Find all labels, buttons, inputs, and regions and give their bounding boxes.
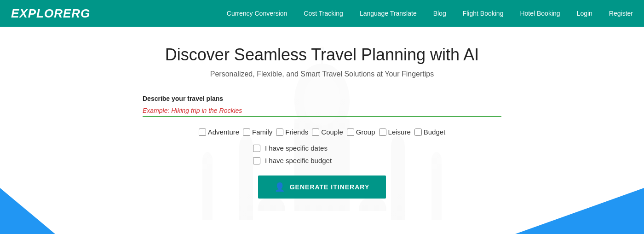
checkbox-group[interactable]: Group: [347, 128, 375, 136]
nav-link-blog[interactable]: Blog: [433, 10, 446, 17]
input-section: Describe your travel plans: [143, 95, 501, 117]
group-label: Group: [356, 128, 375, 136]
checkbox-budget[interactable]: Budget: [414, 128, 446, 136]
leisure-label: Leisure: [388, 128, 411, 136]
nav-link-login[interactable]: Login: [577, 10, 592, 17]
generate-button-label: GENERATE ITINERARY: [290, 183, 370, 191]
checkbox-friends[interactable]: Friends: [276, 128, 308, 136]
generate-itinerary-button[interactable]: 👤 GENERATE ITINERARY: [258, 176, 386, 199]
person-icon: 👤: [275, 182, 285, 192]
checkbox-adventure[interactable]: Adventure: [199, 128, 239, 136]
specific-budget-checkbox[interactable]: [253, 157, 260, 164]
specific-budget-option[interactable]: I have specific budget: [253, 157, 332, 164]
nav-link-register[interactable]: Register: [609, 10, 633, 17]
budget-checkbox[interactable]: [414, 129, 422, 136]
trip-type-checkboxes: Adventure Family Friends Couple Group Le…: [199, 128, 446, 136]
checkbox-couple[interactable]: Couple: [312, 128, 343, 136]
nav-item-blog[interactable]: Blog: [433, 9, 446, 18]
specific-dates-checkbox[interactable]: [253, 145, 260, 152]
navbar: EXPLORERG Currency Conversion Cost Track…: [0, 0, 644, 27]
content-wrapper: Discover Seamless Travel Planning with A…: [0, 27, 644, 199]
nav-link-cost-tracking[interactable]: Cost Tracking: [304, 10, 343, 17]
nav-link-currency-conversion[interactable]: Currency Conversion: [227, 10, 288, 17]
leisure-checkbox[interactable]: [379, 129, 386, 136]
page-title: Discover Seamless Travel Planning with A…: [165, 45, 479, 64]
specific-dates-option[interactable]: I have specific dates: [253, 144, 328, 152]
adventure-label: Adventure: [208, 128, 239, 136]
nav-item-hotel-booking[interactable]: Hotel Booking: [520, 9, 560, 18]
nav-links: Currency Conversion Cost Tracking Langua…: [227, 9, 633, 18]
page-subtitle: Personalized, Flexible, and Smart Travel…: [210, 70, 434, 78]
logo[interactable]: EXPLORERG: [11, 6, 90, 21]
friends-label: Friends: [285, 128, 308, 136]
checkbox-leisure[interactable]: Leisure: [379, 128, 411, 136]
main-content: Discover Seamless Travel Planning with A…: [0, 27, 644, 234]
nav-item-cost-tracking[interactable]: Cost Tracking: [304, 9, 343, 18]
nav-link-flight-booking[interactable]: Flight Booking: [463, 10, 504, 17]
friends-checkbox[interactable]: [276, 129, 283, 136]
travel-plans-input[interactable]: [143, 105, 501, 117]
nav-item-flight-booking[interactable]: Flight Booking: [463, 9, 504, 18]
group-checkbox[interactable]: [347, 129, 354, 136]
nav-item-login[interactable]: Login: [577, 9, 592, 18]
nav-link-hotel-booking[interactable]: Hotel Booking: [520, 10, 560, 17]
nav-item-register[interactable]: Register: [609, 9, 633, 18]
family-label: Family: [252, 128, 272, 136]
couple-checkbox[interactable]: [312, 129, 319, 136]
checkbox-family[interactable]: Family: [243, 128, 272, 136]
specific-options: I have specific dates I have specific bu…: [253, 144, 391, 164]
specific-budget-label: I have specific budget: [265, 157, 332, 164]
adventure-checkbox[interactable]: [199, 129, 206, 136]
nav-item-language-translate[interactable]: Language Translate: [360, 9, 417, 18]
family-checkbox[interactable]: [243, 129, 250, 136]
specific-dates-label: I have specific dates: [265, 144, 328, 152]
input-label: Describe your travel plans: [143, 95, 501, 102]
budget-label: Budget: [424, 128, 446, 136]
nav-item-currency-conversion[interactable]: Currency Conversion: [227, 9, 288, 18]
couple-label: Couple: [321, 128, 343, 136]
nav-link-language-translate[interactable]: Language Translate: [360, 10, 417, 17]
